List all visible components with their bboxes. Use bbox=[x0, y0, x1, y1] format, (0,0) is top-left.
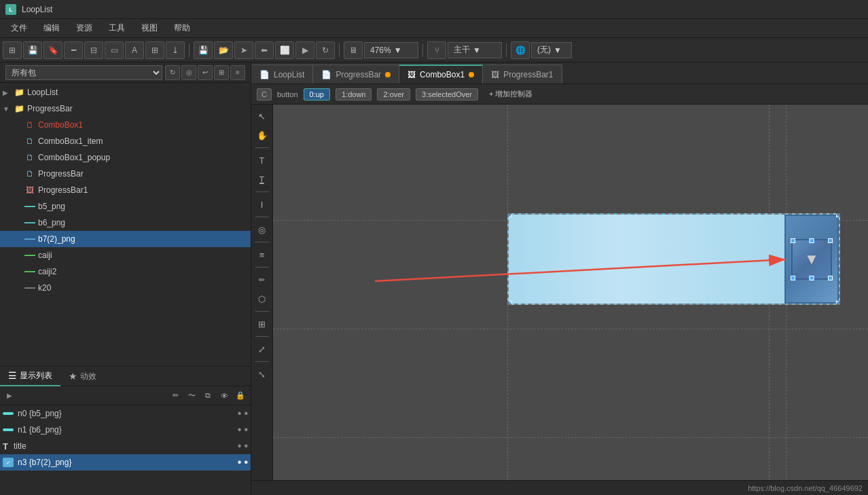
tree-item-pb2[interactable]: 🗋 ProgressBar bbox=[0, 166, 251, 182]
toolbar-open[interactable]: 📂 bbox=[214, 41, 233, 59]
tree-item-progressbar[interactable]: ▼ 📁 ProgressBar bbox=[0, 100, 251, 117]
tree-item-combobox1-popup[interactable]: 🗋 ComboBox1_popup bbox=[0, 149, 251, 166]
toolbar-import[interactable]: ⤓ bbox=[166, 41, 185, 59]
tree-item-combobox1[interactable]: 🗋 ComboBox1 bbox=[0, 117, 251, 133]
toolbar-branch[interactable]: 主干 ▼ bbox=[448, 42, 502, 58]
title-dot1[interactable]: • bbox=[238, 440, 242, 452]
wave-icon-btn[interactable]: 〜 bbox=[184, 389, 199, 403]
menu-file[interactable]: 文件 bbox=[3, 20, 35, 37]
list-tool[interactable]: ≡ bbox=[253, 246, 271, 263]
grid-icon-btn[interactable]: ⊞ bbox=[214, 65, 229, 80]
refresh-icon-btn[interactable]: ↻ bbox=[165, 65, 180, 80]
toolbar-send[interactable]: ➤ bbox=[234, 41, 253, 59]
select-tool[interactable]: ↖ bbox=[253, 107, 271, 125]
back-icon-btn[interactable]: ↩ bbox=[198, 65, 213, 80]
title-dot2[interactable]: • bbox=[244, 440, 248, 452]
display-item-n0[interactable]: n0 {b5_png} • • bbox=[0, 405, 251, 422]
toolbar-export[interactable]: ⬜ bbox=[275, 41, 294, 59]
display-item-n3[interactable]: ✓ n3 {b7(2)_png} • • bbox=[0, 454, 251, 471]
toolbar-back[interactable]: ⬅ bbox=[255, 41, 274, 59]
n1-dot1[interactable]: • bbox=[238, 424, 242, 436]
copy-icon-btn[interactable]: ⧉ bbox=[200, 389, 215, 403]
toolbar-save2[interactable]: 💾 bbox=[194, 41, 213, 59]
combo-dropdown-button[interactable]: ▼ bbox=[784, 215, 839, 304]
tab-looplist-icon: 📄 bbox=[259, 70, 270, 79]
combo-widget[interactable]: ▼ bbox=[507, 213, 840, 305]
toolbar-zoom[interactable]: 476% ▼ bbox=[364, 42, 418, 58]
toolbar-grid[interactable]: ⊞ bbox=[145, 41, 164, 59]
menu-tools[interactable]: 工具 bbox=[101, 20, 133, 37]
sel-handle-br bbox=[828, 276, 833, 280]
menu-help[interactable]: 帮助 bbox=[166, 20, 198, 37]
tab-progressbar-label: ProgressBar bbox=[336, 70, 381, 79]
toolbar-refresh[interactable]: ↻ bbox=[316, 41, 335, 59]
list-icon-btn[interactable]: ≡ bbox=[230, 65, 245, 80]
resize-tool[interactable]: ⤢ bbox=[253, 340, 271, 358]
state-btn-3selectedover[interactable]: 3:selectedOver bbox=[416, 88, 478, 100]
state-btn-0up[interactable]: 0:up bbox=[304, 88, 330, 100]
tab-animation[interactable]: ★ 动效 bbox=[60, 366, 105, 386]
tab-display-list[interactable]: ☰ 显示列表 bbox=[0, 366, 60, 386]
hand-tool[interactable]: ✋ bbox=[253, 126, 271, 144]
n3-dot2[interactable]: • bbox=[244, 456, 248, 469]
tree-label-looplist: LoopList bbox=[27, 88, 248, 97]
n0-color-icon bbox=[3, 412, 14, 415]
menu-edit[interactable]: 编辑 bbox=[35, 20, 68, 37]
state-add-btn[interactable]: + 增加控制器 bbox=[484, 88, 538, 100]
tree-item-caiji[interactable]: — caiji bbox=[0, 247, 251, 263]
state-component-label: button bbox=[277, 90, 298, 98]
tab-progressbar1[interactable]: 🖼 ProgressBar1 bbox=[483, 65, 562, 84]
n0-dot2[interactable]: • bbox=[244, 407, 248, 420]
text-tool[interactable]: T bbox=[253, 151, 271, 169]
tree-item-combobox1-item[interactable]: 🗋 ComboBox1_item bbox=[0, 133, 251, 149]
canvas-area[interactable]: ▼ bbox=[273, 105, 868, 480]
text-format-tool[interactable]: T̲ bbox=[253, 170, 271, 188]
tree-item-k20[interactable]: — k20 bbox=[0, 280, 251, 296]
hex-tool[interactable]: ⬡ bbox=[253, 290, 271, 308]
tree-item-looplist[interactable]: ▶ 📁 LoopList bbox=[0, 84, 251, 100]
sel-handle-bc bbox=[810, 276, 814, 280]
toolbar-screen[interactable]: 🖥 bbox=[344, 41, 363, 59]
insert-tool[interactable]: I bbox=[253, 196, 271, 213]
toolbar-crop[interactable]: ⊟ bbox=[84, 41, 103, 59]
toolbar-play[interactable]: ▶ bbox=[295, 41, 314, 59]
lock-icon-btn[interactable]: 🔒 bbox=[233, 389, 248, 403]
toolbar-rect[interactable]: ▭ bbox=[105, 41, 124, 59]
eye-icon-btn[interactable]: 👁 bbox=[217, 389, 232, 403]
n1-dot2[interactable]: • bbox=[244, 424, 248, 436]
toolbar-save[interactable]: 💾 bbox=[23, 41, 42, 59]
toolbar-lang[interactable]: (无) ▼ bbox=[531, 42, 572, 58]
tree-item-pb1[interactable]: 🖼 ProgressBar1 bbox=[0, 182, 251, 198]
edit-icon-btn[interactable]: ✏ bbox=[168, 389, 183, 403]
target-icon-btn[interactable]: ◎ bbox=[181, 65, 196, 80]
display-item-n1[interactable]: n1 {b6_png} • • bbox=[0, 422, 251, 438]
n0-dot1[interactable]: • bbox=[238, 407, 242, 420]
tab-progressbar[interactable]: 📄 ProgressBar bbox=[313, 65, 399, 84]
circle-tool[interactable]: ◎ bbox=[253, 221, 271, 238]
toolbar-minus[interactable]: ━ bbox=[64, 41, 83, 59]
toolbar-text-a[interactable]: A bbox=[125, 41, 144, 59]
tab-looplist[interactable]: 📄 LoopList bbox=[251, 65, 313, 84]
n3-dot1[interactable]: • bbox=[238, 456, 242, 469]
toolbar-bookmark[interactable]: 🔖 bbox=[43, 41, 62, 59]
toolbar-branch-icon[interactable]: ⑂ bbox=[427, 41, 446, 59]
tab-combobox1[interactable]: 🖼 ComboBox1 bbox=[399, 65, 483, 84]
expand-arrow[interactable]: ▶ bbox=[3, 392, 16, 399]
sel-handle-tc bbox=[810, 238, 814, 243]
menu-resource[interactable]: 资源 bbox=[68, 20, 101, 37]
menu-view[interactable]: 视图 bbox=[133, 20, 166, 37]
state-btn-2over[interactable]: 2:over bbox=[377, 88, 410, 100]
tab-looplist-label: LoopList bbox=[274, 70, 304, 79]
display-item-title[interactable]: T title • • bbox=[0, 438, 251, 454]
edit-tool[interactable]: ✏ bbox=[253, 271, 271, 289]
state-btn-1down[interactable]: 1:down bbox=[336, 88, 372, 100]
grid-tool[interactable]: ⊞ bbox=[253, 315, 271, 333]
toolbar-new[interactable]: ⊞ bbox=[3, 41, 22, 59]
tree-item-caiji2[interactable]: — caiji2 bbox=[0, 263, 251, 280]
transform-tool[interactable]: ⤡ bbox=[253, 365, 271, 383]
tree-item-b5[interactable]: — b5_png bbox=[0, 198, 251, 215]
tree-item-b7[interactable]: — b7(2)_png bbox=[0, 231, 251, 247]
toolbar-globe[interactable]: 🌐 bbox=[511, 41, 530, 59]
package-dropdown[interactable]: 所有包 bbox=[5, 65, 162, 80]
tree-item-b6[interactable]: — b6_png bbox=[0, 215, 251, 231]
